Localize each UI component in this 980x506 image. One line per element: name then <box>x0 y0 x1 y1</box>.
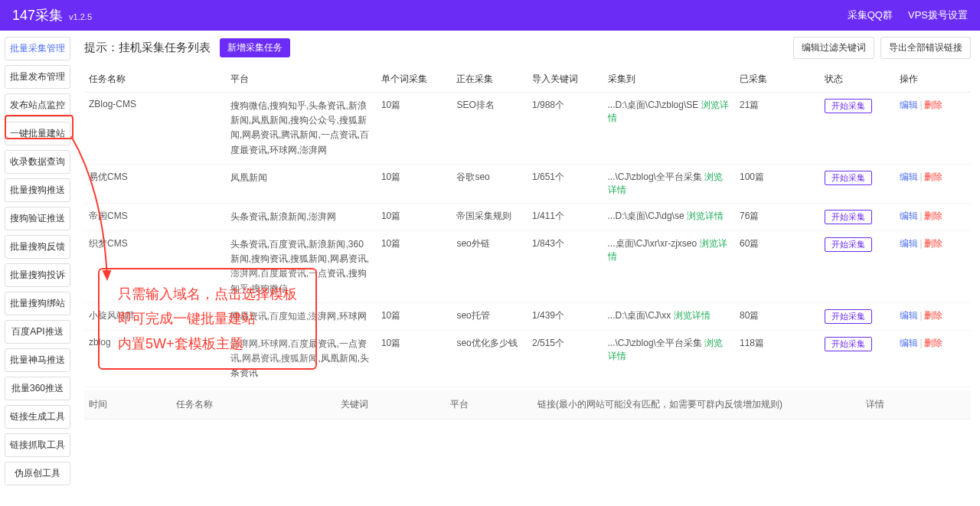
main-content: 提示：挂机采集任务列表 新增采集任务 编辑过滤关键词 导出全部错误链接 任务名称… <box>75 31 980 491</box>
cell-collectto: ...D:\桌面\CJ\dg\se 浏览详情 <box>603 203 735 230</box>
hint-text: 提示：挂机采集任务列表 <box>84 41 211 55</box>
cell-action: 编辑|删除 <box>895 330 971 387</box>
th-collecting: 正在采集 <box>452 67 528 93</box>
cell-collected: 80篇 <box>735 302 820 330</box>
cell-collecting: seo优化多少钱 <box>452 330 528 387</box>
th2-time: 时间 <box>84 390 172 419</box>
sidebar-item-2[interactable]: 发布站点监控 <box>5 93 70 117</box>
cell-import: 1/651个 <box>528 164 603 203</box>
cell-name: 帝国CMS <box>84 203 226 230</box>
cell-platform: 头条资讯,新浪新闻,澎湃网 <box>226 203 377 230</box>
th-platform: 平台 <box>226 67 377 93</box>
edit-filter-button[interactable]: 编辑过滤关键词 <box>793 37 874 59</box>
cell-platform: 凤凰新闻 <box>226 164 377 203</box>
sidebar-item-3[interactable]: 一键批量建站 <box>5 122 70 145</box>
delete-link[interactable]: 删除 <box>924 211 942 221</box>
sidebar-item-4[interactable]: 收录数据查询 <box>5 150 70 174</box>
cell-collected: 76篇 <box>735 203 820 230</box>
edit-link[interactable]: 编辑 <box>900 238 918 249</box>
header-link-vps[interactable]: VPS拨号设置 <box>908 8 968 22</box>
cell-status: 开始采集 <box>820 203 896 230</box>
sidebar-item-14[interactable]: 链接抓取工具 <box>5 433 70 457</box>
sidebar-item-5[interactable]: 批量搜狗推送 <box>5 178 70 202</box>
cell-single: 10篇 <box>377 302 452 330</box>
edit-link[interactable]: 编辑 <box>900 310 918 321</box>
cell-collecting: seo托管 <box>452 302 528 330</box>
cell-status: 开始采集 <box>820 302 896 330</box>
cell-status: 开始采集 <box>820 93 896 165</box>
edit-link[interactable]: 编辑 <box>900 100 918 110</box>
edit-link[interactable]: 编辑 <box>900 171 918 182</box>
cell-import: 1/843个 <box>528 230 603 302</box>
new-task-button[interactable]: 新增采集任务 <box>220 38 290 57</box>
sidebar-item-1[interactable]: 批量发布管理 <box>5 65 70 89</box>
cell-collecting: seo外链 <box>452 230 528 302</box>
th-status: 状态 <box>820 67 896 93</box>
status-button[interactable]: 开始采集 <box>825 171 872 185</box>
cell-collecting: 帝国采集规则 <box>452 203 528 230</box>
sidebar-item-0[interactable]: 批量采集管理 <box>5 37 70 60</box>
browse-link[interactable]: 浏览详情 <box>674 310 710 321</box>
table-row: 帝国CMS头条资讯,新浪新闻,澎湃网10篇帝国采集规则1/411个...D:\桌… <box>84 203 971 230</box>
delete-link[interactable]: 删除 <box>924 310 942 321</box>
th2-link: 链接(最小的网站可能没有匹配，如需要可群内反馈增加规则) <box>533 390 861 419</box>
annotation-line1: 只需输入域名，点击选择模板 <box>118 282 297 306</box>
sidebar-item-11[interactable]: 批量神马推送 <box>5 348 70 372</box>
sidebar-item-10[interactable]: 百度API推送 <box>5 320 70 344</box>
delete-link[interactable]: 删除 <box>924 338 942 348</box>
cell-name: ZBlog-CMS <box>84 93 226 165</box>
th-collectto: 采集到 <box>603 67 735 93</box>
th-collected: 已采集 <box>735 67 820 93</box>
browse-link[interactable]: 浏览详情 <box>687 211 724 221</box>
status-button[interactable]: 开始采集 <box>825 337 872 351</box>
export-error-button[interactable]: 导出全部错误链接 <box>880 37 971 59</box>
sidebar-item-6[interactable]: 搜狗验证推送 <box>5 207 70 230</box>
cell-single: 10篇 <box>377 164 452 203</box>
browse-link[interactable]: 浏览详情 <box>608 171 724 195</box>
th2-detail: 详情 <box>861 390 971 419</box>
cell-collectto: ...D:\桌面\CJ\xx 浏览详情 <box>603 302 735 330</box>
cell-status: 开始采集 <box>820 330 896 387</box>
th-single: 单个词采集 <box>377 67 452 93</box>
browse-link[interactable]: 浏览详情 <box>608 238 727 262</box>
cell-platform: 搜狗微信,搜狗知乎,头条资讯,新浪新闻,凤凰新闻,搜狗公众号,搜狐新闻,网易资讯… <box>226 93 377 165</box>
sidebar-item-12[interactable]: 批量360推送 <box>5 377 70 400</box>
status-button[interactable]: 开始采集 <box>825 309 872 324</box>
cell-single: 10篇 <box>377 330 452 387</box>
th-name: 任务名称 <box>84 67 226 93</box>
th-import: 导入关键词 <box>528 67 603 93</box>
edit-link[interactable]: 编辑 <box>900 338 918 348</box>
browse-link[interactable]: 浏览详情 <box>608 100 729 123</box>
edit-link[interactable]: 编辑 <box>900 211 918 221</box>
cell-collectto: ...\CJ\zblog\全平台采集 浏览详情 <box>603 330 735 387</box>
sidebar-item-15[interactable]: 伪原创工具 <box>5 462 70 485</box>
cell-single: 10篇 <box>377 230 452 302</box>
cell-collectto: ...D:\桌面\CJ\zblog\SE 浏览详情 <box>603 93 735 165</box>
annotation-callout: 只需输入域名，点击选择模板 即可完成一键批量建站 内置5W+套模板主题 <box>98 268 317 370</box>
sidebar-item-9[interactable]: 批量搜狗绑站 <box>5 292 70 315</box>
status-button[interactable]: 开始采集 <box>825 210 872 224</box>
sidebar-item-7[interactable]: 批量搜狗反馈 <box>5 235 70 259</box>
cell-collecting: SEO排名 <box>452 93 528 165</box>
cell-collected: 100篇 <box>735 164 820 203</box>
cell-single: 10篇 <box>377 93 452 165</box>
annotation-line2: 即可完成一键批量建站 <box>118 306 297 331</box>
status-button[interactable]: 开始采集 <box>825 237 872 252</box>
header-link-qq[interactable]: 采集QQ群 <box>848 8 893 22</box>
cell-name: 易优CMS <box>84 164 226 203</box>
cell-collectto: ...\CJ\zblog\全平台采集 浏览详情 <box>603 164 735 203</box>
cell-single: 10篇 <box>377 203 452 230</box>
cell-import: 2/515个 <box>528 330 603 387</box>
th2-platform: 平台 <box>446 390 533 419</box>
browse-link[interactable]: 浏览详情 <box>608 338 724 361</box>
sidebar: 批量采集管理批量发布管理发布站点监控一键批量建站收录数据查询批量搜狗推送搜狗验证… <box>0 31 75 491</box>
th-action: 操作 <box>895 67 971 93</box>
delete-link[interactable]: 删除 <box>924 100 942 110</box>
status-button[interactable]: 开始采集 <box>825 99 872 113</box>
app-version: v1.2.5 <box>69 12 92 21</box>
app-title: 147采集 <box>12 6 63 24</box>
delete-link[interactable]: 删除 <box>924 171 942 182</box>
sidebar-item-13[interactable]: 链接生成工具 <box>5 405 70 429</box>
sidebar-item-8[interactable]: 批量搜狗投诉 <box>5 263 70 287</box>
delete-link[interactable]: 删除 <box>924 238 942 249</box>
